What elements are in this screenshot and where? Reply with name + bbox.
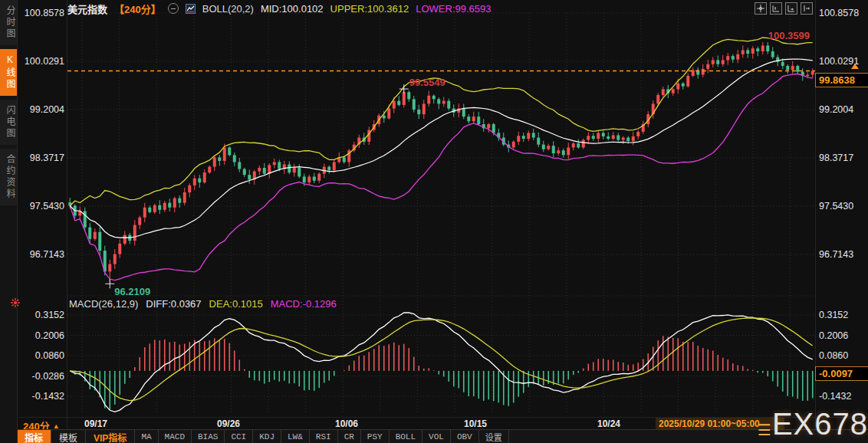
main-axis-label: 98.3717: [18, 153, 64, 163]
current-session-label: 2025/10/29 01:00~05:00: [656, 418, 784, 430]
tab-vip-indicators[interactable]: VIP指标: [86, 430, 135, 443]
main-axis-label: 98.3717: [819, 153, 866, 163]
symbol-name: 美元指数: [67, 2, 107, 16]
crosshair-icon[interactable]: [755, 2, 767, 15]
macd-axis-label: 0.2006: [18, 330, 64, 341]
kline-chart-canvas[interactable]: 96.210999.5549100.3599: [0, 0, 868, 443]
svg-text:100.3599: 100.3599: [768, 30, 810, 41]
settings-button[interactable]: 设置: [479, 430, 509, 443]
indicator-rsi[interactable]: RSI: [310, 430, 338, 443]
price-up-arrow-icon: [851, 64, 859, 69]
macd-bar-value: MACD:-0.1296: [271, 298, 337, 310]
main-axis-label: 100.0291: [819, 56, 866, 67]
boll-params-label: BOLL(20,2): [202, 3, 254, 15]
macd-axis-label: 0.3152: [18, 310, 64, 320]
macd-axis-label: 0.3152: [819, 310, 866, 320]
chart-header: 美元指数 【240分】 BOLL(20,2) MID:100.0102 UPPE…: [67, 2, 492, 15]
sidebar-tab-time-chart[interactable]: 分时图: [0, 0, 17, 45]
collapse-icon[interactable]: [168, 3, 179, 14]
macd-header: MACD(26,12,9) DIFF:0.0367 DEA:0.1015 MAC…: [69, 298, 337, 310]
macd-axis-label: -0.1432: [819, 391, 866, 402]
sidebar-tab-flash-chart[interactable]: 闪电图: [0, 100, 17, 145]
boll-lower-value: LOWER:99.6593: [416, 3, 491, 15]
y-axis-scale-icon[interactable]: [770, 2, 782, 15]
date-label: 10/15: [464, 418, 487, 429]
main-axis-label: 99.2004: [18, 104, 64, 115]
main-axis-label: 97.5430: [819, 201, 866, 212]
period-up-arrow-icon: ▲: [53, 422, 60, 430]
indicator-vol[interactable]: VOL: [422, 430, 451, 443]
chart-tool-icons: [755, 2, 813, 15]
date-label: 09/26: [217, 418, 240, 429]
svg-text:96.2109: 96.2109: [114, 286, 150, 297]
macd-axis-label: 0.0860: [819, 350, 866, 361]
alert-icon[interactable]: [10, 297, 21, 308]
period-label: 【240分】: [114, 2, 161, 16]
main-axis-label: 97.5430: [18, 201, 64, 212]
main-axis-label: 99.2004: [819, 104, 866, 115]
macd-axis-label: 0.0860: [18, 350, 64, 361]
time-axis: 240分 ▲ 09/1709/2610/0610/1510/24 2025/10…: [17, 417, 868, 430]
svg-text:99.5549: 99.5549: [409, 77, 446, 88]
pan-right-icon[interactable]: [801, 2, 813, 15]
trading-app-window: 96.210999.5549100.3599 分时图K线图闪电图合约资料 美元指…: [0, 0, 868, 443]
current-price-tag: 99.8638: [815, 73, 868, 87]
indicator-psy[interactable]: PSY: [361, 430, 390, 443]
indicator-cr[interactable]: CR: [338, 430, 361, 443]
indicator-macd[interactable]: MACD: [159, 430, 192, 443]
indicator-kdj[interactable]: KDJ: [253, 430, 281, 443]
macd-axis-label: -0.1432: [18, 391, 64, 402]
indicator-obv[interactable]: OBV: [451, 430, 479, 443]
macd-diff-value: DIFF:0.0367: [146, 298, 201, 310]
macd-axis-label: -0.0286: [18, 371, 64, 382]
indicator-cci[interactable]: CCI: [225, 430, 253, 443]
main-axis-label: 96.7143: [819, 249, 866, 260]
indicator-bias[interactable]: BIAS: [192, 430, 225, 443]
main-axis-label: 100.8578: [819, 8, 866, 18]
indicator-toolbar: 指标模板VIP指标MAMACDBIASCCIKDJLW&RSICRPSYBOLL…: [17, 429, 868, 443]
macd-dea-value: DEA:0.1015: [209, 298, 263, 310]
indicator-boll[interactable]: BOLL: [390, 430, 422, 443]
current-macd-tag: -0.0097: [815, 366, 868, 381]
tab-indicators[interactable]: 指标: [17, 430, 51, 443]
date-label: 10/06: [335, 418, 358, 429]
indicator-lw[interactable]: LW&: [281, 430, 310, 443]
indicator-ma[interactable]: MA: [135, 430, 158, 443]
date-label: 09/17: [84, 418, 107, 429]
main-axis-label: 100.8578: [18, 8, 64, 18]
boll-mid-value: MID:100.0102: [261, 3, 324, 15]
sidebar-tab-contract-info[interactable]: 合约资料: [0, 149, 17, 205]
main-axis-label: 96.7143: [18, 249, 64, 260]
indicator-chart-icon[interactable]: [186, 4, 196, 14]
boll-upper-value: UPPER:100.3612: [330, 3, 409, 15]
date-label: 10/24: [597, 418, 620, 429]
x-axis-scale-icon[interactable]: [785, 2, 797, 15]
macd-axis-label: 0.2006: [819, 330, 866, 341]
tab-templates[interactable]: 模板: [51, 430, 86, 443]
sidebar-tab-candle-chart[interactable]: K线图: [0, 49, 17, 96]
main-axis-label: 100.0291: [18, 56, 64, 67]
left-sidebar: 分时图K线图闪电图合约资料: [0, 0, 18, 443]
macd-params-label: MACD(26,12,9): [69, 298, 138, 310]
